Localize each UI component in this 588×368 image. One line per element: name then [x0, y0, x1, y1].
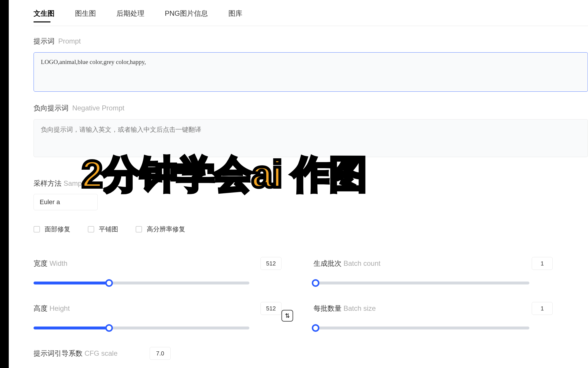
prompt-label-cn: 提示词	[34, 37, 55, 45]
checkbox-hires-label: 高分辨率修复	[147, 225, 185, 234]
sampler-label-cn: 采样方法	[34, 179, 62, 187]
tab-bar: 文生图 图生图 后期处理 PNG图片信息 图库	[34, 0, 588, 26]
neg-prompt-label: 负向提示词 Negative Prompt	[34, 103, 588, 113]
width-value[interactable]: 512	[260, 257, 281, 270]
main-content: 文生图 图生图 后期处理 PNG图片信息 图库 提示词 Prompt 负向提示词…	[34, 0, 588, 360]
cfg-label-cn: 提示词引导系数	[34, 349, 83, 357]
tab-img2img[interactable]: 图生图	[75, 9, 96, 22]
prompt-input[interactable]	[34, 52, 588, 92]
cfg-label-en: CFG scale	[85, 349, 118, 357]
sampler-select[interactable]: Euler a	[34, 194, 98, 210]
height-block: 高度 Height 512	[34, 302, 281, 329]
sliders-area: 宽度 Width 512 生成批次 Batch count 1	[34, 257, 588, 329]
checkbox-face-restore[interactable]: 面部修复	[34, 225, 70, 234]
checkbox-row: 面部修复 平铺图 高分辨率修复	[34, 225, 588, 234]
checkbox-tile[interactable]: 平铺图	[88, 225, 118, 234]
checkbox-box-icon	[88, 226, 94, 232]
cfg-row: 提示词引导系数 CFG scale 7.0	[34, 347, 588, 360]
sampler-label: 采样方法 Sample	[34, 179, 588, 188]
batch-size-slider[interactable]	[314, 327, 529, 329]
width-slider[interactable]	[34, 282, 249, 284]
batch-size-label-en: Batch size	[344, 304, 376, 312]
sampler-value: Euler a	[40, 198, 60, 206]
batch-size-value[interactable]: 1	[532, 302, 553, 315]
batch-size-label-cn: 每批数量	[314, 304, 342, 312]
tab-gallery[interactable]: 图库	[228, 9, 242, 22]
batch-count-label-en: Batch count	[344, 259, 381, 267]
width-label-cn: 宽度	[34, 259, 48, 267]
tab-txt2img[interactable]: 文生图	[34, 9, 55, 22]
prompt-label-en: Prompt	[58, 37, 81, 45]
width-block: 宽度 Width 512	[34, 257, 281, 284]
batch-count-value[interactable]: 1	[532, 257, 553, 270]
height-label-en: Height	[50, 304, 70, 312]
batch-count-label-cn: 生成批次	[314, 259, 342, 267]
swap-icon: ⇅	[285, 312, 290, 319]
spacer	[281, 257, 314, 284]
sampler-label-en: Sample	[64, 179, 87, 187]
height-label-cn: 高度	[34, 304, 48, 312]
slider-thumb-icon	[105, 279, 113, 287]
width-label-en: Width	[50, 259, 67, 267]
slider-thumb-icon	[312, 324, 319, 332]
swap-wh-button[interactable]: ⇅	[281, 310, 293, 322]
neg-prompt-label-cn: 负向提示词	[34, 104, 69, 112]
checkbox-face-restore-label: 面部修复	[45, 225, 70, 234]
slider-thumb-icon	[312, 279, 319, 287]
batch-count-block: 生成批次 Batch count 1	[314, 257, 553, 284]
height-slider[interactable]	[34, 327, 249, 329]
cfg-value[interactable]: 7.0	[150, 347, 171, 360]
height-value[interactable]: 512	[260, 302, 281, 315]
tab-pnginfo[interactable]: PNG图片信息	[165, 9, 208, 22]
neg-prompt-label-en: Negative Prompt	[72, 104, 125, 112]
slider-thumb-icon	[105, 324, 113, 332]
batch-size-block: 每批数量 Batch size 1	[314, 302, 553, 329]
tab-postprocess[interactable]: 后期处理	[116, 9, 144, 22]
checkbox-box-icon	[136, 226, 142, 232]
left-black-bar	[0, 0, 9, 368]
prompt-label: 提示词 Prompt	[34, 37, 588, 46]
checkbox-tile-label: 平铺图	[99, 225, 118, 234]
neg-prompt-input[interactable]	[34, 119, 588, 157]
checkbox-box-icon	[34, 226, 40, 232]
checkbox-hires[interactable]: 高分辨率修复	[136, 225, 185, 234]
batch-count-slider[interactable]	[314, 282, 529, 284]
